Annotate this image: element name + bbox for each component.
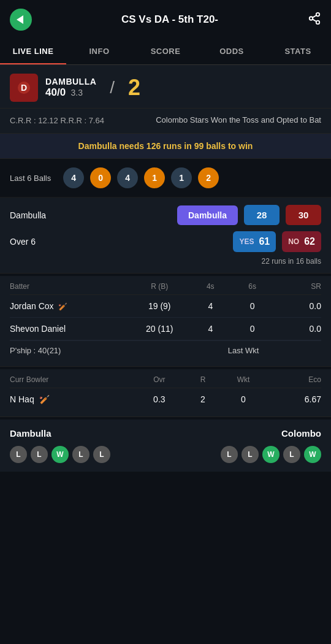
bet-team-button[interactable]: Dambulla — [177, 205, 238, 225]
bowl-icon: 🏏 — [39, 394, 50, 404]
score-runs: 40/0 — [45, 86, 66, 98]
share-icon[interactable] — [308, 12, 321, 28]
col-ovr: Ovr — [134, 375, 184, 384]
over-label: Over 6 — [10, 237, 227, 247]
form-badge: L — [93, 446, 110, 463]
col-r: R — [184, 375, 221, 384]
ball-3: 4 — [117, 167, 138, 188]
yes-label: YES — [239, 237, 254, 246]
no-label: NO — [288, 237, 299, 246]
rrr-value: 7.64 — [89, 116, 104, 125]
bowler-header: Curr Bowler Ovr R Wkt Eco — [10, 375, 321, 388]
header: CS Vs DA - 5th T20- — [0, 0, 331, 39]
rrr-label: R.R.R : — [60, 116, 88, 125]
col-batter: Batter — [10, 282, 129, 291]
toss-info: Colombo Stars Won the Toss and Opted to … — [151, 115, 321, 126]
last-wkt-label: Last Wkt — [166, 346, 321, 355]
last-balls-label: Last 6 Balls — [10, 174, 51, 183]
ball-2: 0 — [90, 167, 111, 188]
over-yes-button[interactable]: YES 61 — [233, 231, 276, 252]
form-badge: L — [221, 446, 238, 463]
batter-2-rb: 20 (11) — [129, 324, 189, 334]
form-badge: W — [51, 446, 69, 463]
betting-section: Dambulla Dambulla 28 30 Over 6 YES 61 NO… — [0, 197, 331, 274]
form-team1-name: Dambulla — [10, 428, 51, 439]
table-row: N Haq 🏏 0.3 2 0 6.67 — [10, 388, 321, 410]
ball-5: 1 — [171, 167, 192, 188]
form-badge: L — [72, 446, 89, 463]
col-sr: SR — [273, 282, 321, 291]
partnership-row: P'ship : 40(21) Last Wkt — [10, 340, 321, 360]
tab-bar: LIVE LINE INFO SCORE ODDS STATS — [0, 39, 331, 65]
svg-line-4 — [313, 15, 316, 17]
page-title: CS Vs DA - 5th T20- — [32, 13, 308, 26]
batter-2-6s: 0 — [231, 324, 273, 334]
batter-1-rb: 19 (9) — [129, 301, 189, 311]
form-badge: L — [283, 446, 300, 463]
form-badge: W — [304, 446, 321, 463]
form-badge: W — [262, 446, 280, 463]
bowler-name-cell: N Haq 🏏 — [10, 394, 134, 404]
tab-info[interactable]: INFO — [66, 39, 132, 64]
table-row: Shevon Daniel 20 (11) 4 0 0.0 — [10, 318, 321, 340]
batter-2-sr: 0.0 — [273, 324, 321, 334]
score-divider: / — [110, 78, 115, 98]
tab-stats[interactable]: STATS — [265, 39, 331, 64]
form-team2-badges: L L W L W — [221, 446, 321, 463]
bowler-r: 2 — [184, 394, 221, 404]
bowler-ovr: 0.3 — [134, 394, 184, 404]
ball-1: 4 — [63, 167, 84, 188]
form-team2-name: Colombo — [281, 428, 321, 439]
form-teams-row: Dambulla Colombo — [10, 428, 321, 439]
col-4s: 4s — [189, 282, 231, 291]
col-eco: Eco — [265, 375, 321, 384]
alert-banner: Dambulla needs 126 runs in 99 balls to w… — [0, 134, 331, 159]
col-6s: 6s — [231, 282, 273, 291]
batter-1-6s: 0 — [231, 301, 273, 311]
bet-score-28[interactable]: 28 — [244, 205, 280, 225]
tab-score[interactable]: SCORE — [132, 39, 199, 64]
back-arrow-icon — [17, 15, 23, 24]
bowler-name: N Haq — [10, 394, 34, 404]
team-bet-row: Dambulla Dambulla 28 30 — [10, 205, 321, 225]
batter-1-4s: 4 — [189, 301, 231, 311]
tab-odds[interactable]: ODDS — [199, 39, 265, 64]
form-badges-container: L L W L L L L W L W — [10, 446, 321, 463]
crr-rrr-row: C.R.R : 12.12 R.R.R : 7.64 Colombo Stars… — [0, 109, 331, 134]
last-balls-row: Last 6 Balls 4 0 4 1 1 2 — [0, 159, 331, 197]
bowler-wkt: 0 — [221, 394, 265, 404]
innings-number: 2 — [128, 75, 140, 101]
bet-score-30[interactable]: 30 — [286, 205, 321, 225]
batter-2: Shevon Daniel — [10, 324, 129, 334]
batter-2-4s: 4 — [189, 324, 231, 334]
tab-live-line[interactable]: LIVE LINE — [0, 39, 66, 64]
bowler-eco: 6.67 — [265, 394, 321, 404]
ball-6: 2 — [198, 167, 219, 188]
col-curr-bowler: Curr Bowler — [10, 375, 134, 384]
form-section: Dambulla Colombo L L W L L L L W L W — [0, 420, 331, 472]
team-logo: D — [10, 74, 38, 102]
crr-rrr-text: C.R.R : 12.12 R.R.R : 7.64 — [10, 116, 151, 125]
col-rb: R (B) — [129, 282, 189, 291]
svg-text:D: D — [21, 83, 27, 93]
partnership-text: P'ship : 40(21) — [10, 346, 166, 355]
form-badge: L — [242, 446, 259, 463]
ball-4: 1 — [144, 167, 165, 188]
over-no-button[interactable]: NO 62 — [282, 231, 321, 252]
col-wkt: Wkt — [221, 375, 265, 384]
form-badge: L — [31, 446, 48, 463]
form-team1-badges: L L W L L — [10, 446, 110, 463]
table-row: Jordan Cox 🏏 19 (9) 4 0 0.0 — [10, 295, 321, 318]
yes-value: 61 — [259, 236, 270, 247]
bat-icon: 🏏 — [58, 302, 67, 311]
match-card: D DAMBULLA 40/0 3.3 / 2 — [0, 65, 331, 109]
team-score-block: DAMBULLA 40/0 3.3 — [45, 77, 96, 99]
batter-1-sr: 0.0 — [273, 301, 321, 311]
no-value: 62 — [304, 236, 315, 247]
bowler-section: Curr Bowler Ovr R Wkt Eco N Haq 🏏 0.3 2 … — [0, 369, 331, 417]
runs-balls-note: 22 runs in 16 balls — [10, 257, 321, 266]
over-row: Over 6 YES 61 NO 62 — [10, 231, 321, 252]
scorecard-header: Batter R (B) 4s 6s SR — [10, 282, 321, 295]
scorecard-section: Batter R (B) 4s 6s SR Jordan Cox 🏏 19 (9… — [0, 276, 331, 367]
back-button[interactable] — [10, 9, 32, 31]
